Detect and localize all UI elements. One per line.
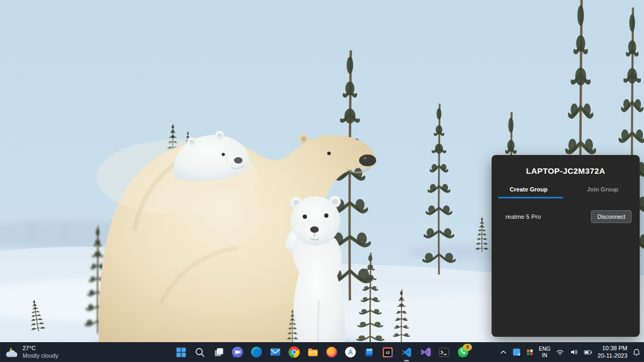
- device-host-title: LAPTOP-JC2M372A: [492, 166, 640, 175]
- svg-text:IJ: IJ: [386, 350, 390, 355]
- taskbar: 27°C Mostly cloudy: [0, 342, 644, 362]
- svg-text:A: A: [348, 349, 353, 356]
- disconnect-button[interactable]: Disconnect: [591, 210, 632, 223]
- battery-icon: [583, 349, 593, 356]
- connected-device-row: realme 5 Pro Disconnect: [492, 210, 640, 223]
- notification-bell-icon: [632, 348, 641, 357]
- file-explorer-button[interactable]: [306, 346, 319, 359]
- task-view-icon: [213, 346, 225, 358]
- firefox-icon: [325, 346, 338, 358]
- sticky-notes-icon: [512, 348, 521, 357]
- mail-button[interactable]: [269, 346, 282, 359]
- edge-icon: [250, 346, 262, 358]
- tab-create-group[interactable]: Create Group: [492, 186, 566, 198]
- windows-logo-icon: [175, 346, 187, 358]
- file-explorer-icon: [306, 346, 319, 358]
- task-view-button[interactable]: [213, 346, 225, 359]
- weather-texts: 27°C Mostly cloudy: [23, 345, 58, 359]
- app-store-a-icon: A: [344, 346, 356, 358]
- language-line2: IN: [539, 352, 551, 359]
- tray-app-button[interactable]: [526, 348, 534, 356]
- vscode-button[interactable]: [400, 346, 413, 359]
- teams-chat-button[interactable]: [231, 346, 244, 359]
- visual-studio-icon: [419, 346, 431, 358]
- notification-center-button[interactable]: [632, 348, 641, 357]
- search-icon: [194, 346, 206, 358]
- volume-button[interactable]: [569, 348, 579, 356]
- system-tray: ENG IN 10:38: [500, 345, 641, 360]
- start-button[interactable]: [175, 346, 188, 359]
- chrome-icon: [288, 346, 300, 358]
- vscode-running-indicator: [404, 360, 409, 361]
- chrome-button[interactable]: [288, 346, 301, 359]
- weather-moon-cloud-icon: [4, 346, 19, 359]
- clock-time: 10:38 PM: [598, 345, 627, 352]
- edge-button[interactable]: [250, 346, 263, 359]
- device-name: realme 5 Pro: [506, 213, 541, 220]
- whatsapp-badge: 3: [463, 344, 472, 351]
- nearby-share-panel: LAPTOP-JC2M372A Create Group Join Group …: [492, 155, 640, 337]
- search-button[interactable]: [194, 346, 207, 359]
- visual-studio-button[interactable]: [419, 346, 432, 359]
- clock[interactable]: 10:38 PM 20-11-2023: [598, 345, 627, 360]
- firefox-button[interactable]: [325, 346, 338, 359]
- language-line1: ENG: [539, 346, 551, 352]
- teams-chat-icon: [231, 346, 244, 358]
- wifi-button[interactable]: [555, 348, 565, 356]
- weather-temperature: 27°C: [23, 345, 58, 352]
- hidden-icons-button[interactable]: [500, 349, 507, 356]
- weather-widget[interactable]: 27°C Mostly cloudy: [4, 345, 58, 359]
- chevron-up-icon: [500, 349, 507, 356]
- tray-app-icon: [526, 348, 534, 356]
- clock-date: 20-11-2023: [598, 352, 627, 360]
- language-switcher[interactable]: ENG IN: [539, 346, 551, 359]
- intellij-idea-icon: IJ: [382, 346, 394, 358]
- terminal-button[interactable]: [438, 346, 451, 359]
- blue-boxes-app-button[interactable]: [363, 346, 376, 359]
- whatsapp-button[interactable]: 3: [457, 346, 470, 359]
- weather-condition: Mostly cloudy: [23, 352, 58, 359]
- mail-icon: [269, 346, 281, 358]
- vscode-icon: [401, 346, 413, 358]
- volume-icon: [569, 348, 579, 356]
- intellij-idea-button[interactable]: IJ: [382, 346, 394, 359]
- app-store-a-button[interactable]: A: [344, 346, 357, 359]
- sticky-notes-tray-button[interactable]: [512, 348, 521, 357]
- wifi-icon: [555, 348, 565, 356]
- blue-boxes-app-icon: [363, 346, 375, 358]
- group-tabs: Create Group Join Group: [492, 186, 640, 198]
- taskbar-app-icons: A IJ: [175, 346, 470, 359]
- battery-button[interactable]: [583, 349, 593, 356]
- terminal-icon: [438, 346, 450, 358]
- tab-join-group[interactable]: Join Group: [566, 186, 640, 198]
